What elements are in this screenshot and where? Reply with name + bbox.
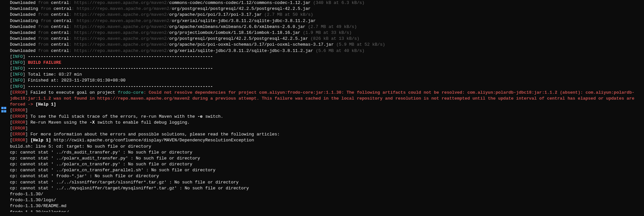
info-line: [INFO] Finished at: 2023-11-29T18:01:30+… [10,78,644,84]
download-line: Downloaded from central: https://repo.ma… [10,24,644,30]
terminal-output[interactable]: Downloaded from central: https://repo.ma… [10,0,644,212]
error-goal: [ERROR] Failed to execute goal on projec… [10,90,644,108]
error-line: [ERROR] [10,126,644,132]
download-line: Downloaded from central: https://repo.ma… [10,0,644,6]
shell-output: cp: cannot stat ' ../polarx_audit_transf… [10,156,644,161]
error-line: [ERROR] For more information about the e… [10,132,644,137]
download-line: Downloaded from central: https://repo.ma… [10,30,644,36]
download-line: Downloaded from central: https://repo.ma… [10,36,644,42]
download-line: Downloaded from central: https://repo.ma… [10,12,644,18]
shell-output: build.sh: line 5: cd: target: No such fi… [10,144,644,150]
download-line: Downloading from central: https://repo.m… [10,6,644,12]
error-help: [ERROR] [Help 1] http://cwiki.apache.org… [10,137,644,143]
error-line: [ERROR] Re-run Maven using the -X switch… [10,120,644,126]
shell-output: cp: cannot stat ' ../../slssniffer/targe… [10,180,644,185]
shell-output: cp: cannot stat ' ../../mysqlsniffer/tar… [10,185,644,191]
build-failure: [INFO] BUILD FAILURE [10,60,644,66]
grid-icon[interactable] [1,107,7,113]
shell-output: cp: cannot stat ' ../polarx_cn_transfer_… [10,167,644,173]
shell-output: cp: cannot stat ' frodo-*.jar' : No such… [10,173,644,179]
shell-output: cp: cannot stat ' ../rds_audit_transfer.… [10,150,644,156]
shell-output: frodo-1.1.30/ [10,191,644,197]
download-line: Downloaded from central: https://repo.ma… [10,42,644,48]
error-line: [ERROR] To see the full stack trace of t… [10,114,644,120]
shell-output: frodo-1.1.30/collectos/ [10,209,644,212]
shell-output: frodo-1.1.30/logs/ [10,197,644,203]
info-separator: [INFO] ---------------------------------… [10,54,644,60]
info-line: [INFO] Total time: 03:27 min [10,72,644,78]
error-line: [ERROR] [10,108,644,113]
shell-output: frodo-1.1.30/README.md [10,203,644,209]
download-line: Downloaded from central: https://repo.ma… [10,48,644,54]
info-separator: [INFO] ---------------------------------… [10,66,644,72]
download-line: Downloading from central: https://repo.m… [10,18,644,24]
info-separator: [INFO] ---------------------------------… [10,84,644,90]
shell-output: cp: cannot stat ' ../polarx_cn_transfer.… [10,161,644,167]
